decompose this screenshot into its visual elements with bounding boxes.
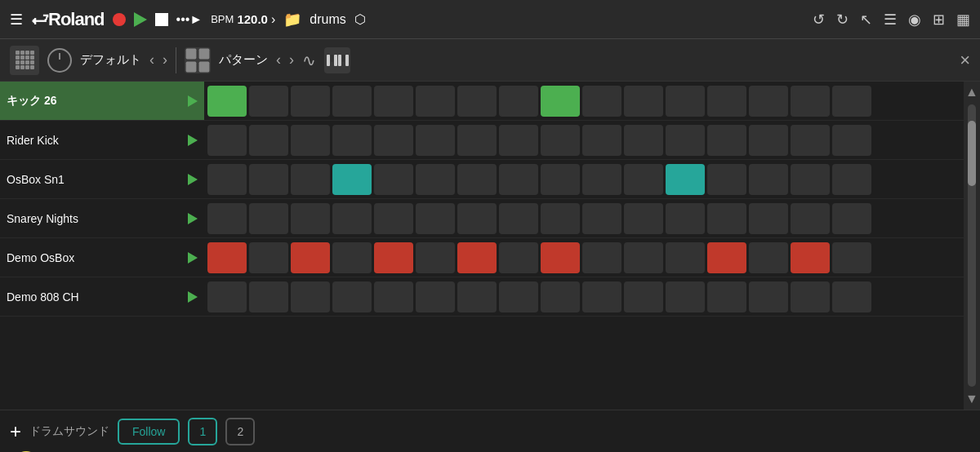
undo-icon[interactable]: ↺ — [813, 11, 825, 29]
pad-3-10[interactable] — [624, 203, 663, 234]
pad-1-1[interactable] — [249, 125, 288, 156]
track-play-5[interactable] — [188, 291, 198, 303]
pad-1-4[interactable] — [374, 125, 413, 156]
pad-2-13[interactable] — [749, 164, 788, 195]
pad-2-4[interactable] — [374, 164, 413, 195]
pad-0-14[interactable] — [791, 86, 830, 117]
pad-4-1[interactable] — [249, 242, 288, 273]
track-row-5[interactable]: Demo 808 CH — [0, 277, 204, 317]
pad-3-11[interactable] — [666, 203, 705, 234]
track-play-4[interactable] — [188, 252, 198, 264]
pad-4-12[interactable] — [707, 242, 746, 273]
pad-5-6[interactable] — [457, 281, 497, 312]
pad-0-1[interactable] — [249, 86, 288, 117]
pad-2-1[interactable] — [249, 164, 288, 195]
pad-1-8[interactable] — [541, 125, 580, 156]
pad-0-3[interactable] — [332, 86, 372, 117]
pad-1-6[interactable] — [457, 125, 497, 156]
pad-4-5[interactable] — [416, 242, 455, 273]
scroll-up-button[interactable]: ▲ — [965, 85, 978, 100]
grid-view-icon[interactable]: ▦ — [956, 11, 970, 29]
page-2-button[interactable]: 2 — [225, 418, 255, 445]
track-play-3[interactable] — [188, 213, 198, 224]
pattern-grid-icon[interactable] — [185, 47, 211, 73]
pad-5-8[interactable] — [541, 281, 580, 312]
wave-icon[interactable]: ∿ — [302, 51, 316, 70]
pad-0-6[interactable] — [457, 86, 497, 117]
pad-0-15[interactable] — [832, 86, 871, 117]
track-row-3[interactable]: Snarey Nights — [0, 199, 204, 238]
pad-4-15[interactable] — [832, 242, 871, 273]
pad-2-3[interactable] — [332, 164, 372, 195]
pad-1-13[interactable] — [749, 125, 788, 156]
pad-5-7[interactable] — [499, 281, 538, 312]
pad-4-2[interactable] — [291, 242, 330, 273]
share-icon[interactable]: ⬡ — [354, 11, 366, 27]
eye-icon[interactable]: ◉ — [908, 11, 921, 29]
pad-1-2[interactable] — [291, 125, 330, 156]
pad-5-4[interactable] — [374, 281, 413, 312]
pad-2-8[interactable] — [541, 164, 580, 195]
pad-3-15[interactable] — [832, 203, 871, 234]
pattern-next-arrow[interactable]: › — [289, 51, 294, 69]
pad-0-9[interactable] — [582, 86, 621, 117]
pad-3-1[interactable] — [249, 203, 288, 234]
pad-1-7[interactable] — [499, 125, 538, 156]
pad-5-13[interactable] — [749, 281, 788, 312]
pad-5-2[interactable] — [291, 281, 330, 312]
pad-5-12[interactable] — [707, 281, 746, 312]
layers-icon[interactable]: ☰ — [884, 11, 897, 29]
track-play-1[interactable] — [188, 135, 198, 146]
pad-3-4[interactable] — [374, 203, 413, 234]
pad-3-0[interactable] — [207, 203, 247, 234]
record-button[interactable] — [113, 13, 126, 26]
pad-3-13[interactable] — [749, 203, 788, 234]
pad-5-1[interactable] — [249, 281, 288, 312]
pad-3-2[interactable] — [291, 203, 330, 234]
track-row-2[interactable]: OsBox Sn1 — [0, 160, 204, 199]
track-row-0[interactable]: キック 26 — [0, 82, 204, 121]
pad-0-11[interactable] — [666, 86, 705, 117]
pad-3-3[interactable] — [332, 203, 372, 234]
play-button[interactable] — [134, 12, 147, 27]
view-grid-button[interactable] — [10, 46, 39, 75]
pad-4-13[interactable] — [749, 242, 788, 273]
pad-2-9[interactable] — [582, 164, 621, 195]
bpm-chevron[interactable]: › — [271, 12, 275, 27]
pad-2-7[interactable] — [499, 164, 538, 195]
pad-4-10[interactable] — [624, 242, 663, 273]
folder-icon[interactable]: 📁 — [283, 11, 301, 29]
pad-5-0[interactable] — [207, 281, 247, 312]
bpm-value[interactable]: 120.0 — [237, 12, 268, 26]
pad-2-6[interactable] — [457, 164, 497, 195]
pad-4-11[interactable] — [666, 242, 705, 273]
pad-4-14[interactable] — [791, 242, 830, 273]
pad-3-5[interactable] — [416, 203, 455, 234]
mixer-icon[interactable]: ⊞ — [933, 11, 945, 29]
pad-1-12[interactable] — [707, 125, 746, 156]
pad-1-11[interactable] — [666, 125, 705, 156]
pad-2-14[interactable] — [791, 164, 830, 195]
pad-2-11[interactable] — [666, 164, 705, 195]
pad-1-15[interactable] — [832, 125, 871, 156]
pad-1-14[interactable] — [791, 125, 830, 156]
page-1-button[interactable]: 1 — [188, 418, 217, 445]
pad-1-0[interactable] — [207, 125, 247, 156]
pad-0-8[interactable] — [541, 86, 580, 117]
pad-1-9[interactable] — [582, 125, 621, 156]
menu-icon[interactable]: ☰ — [10, 11, 23, 29]
pad-3-7[interactable] — [499, 203, 538, 234]
pad-1-10[interactable] — [624, 125, 663, 156]
pad-3-12[interactable] — [707, 203, 746, 234]
pad-1-5[interactable] — [416, 125, 455, 156]
piano-icon[interactable] — [324, 47, 350, 73]
track-play-0[interactable] — [188, 95, 198, 107]
pad-4-9[interactable] — [582, 242, 621, 273]
pad-2-15[interactable] — [832, 164, 871, 195]
pad-2-0[interactable] — [207, 164, 247, 195]
add-drum-sound-button[interactable]: + — [10, 420, 21, 443]
follow-button[interactable]: Follow — [118, 419, 180, 445]
pad-0-5[interactable] — [416, 86, 455, 117]
pad-4-8[interactable] — [541, 242, 580, 273]
pad-5-14[interactable] — [791, 281, 830, 312]
